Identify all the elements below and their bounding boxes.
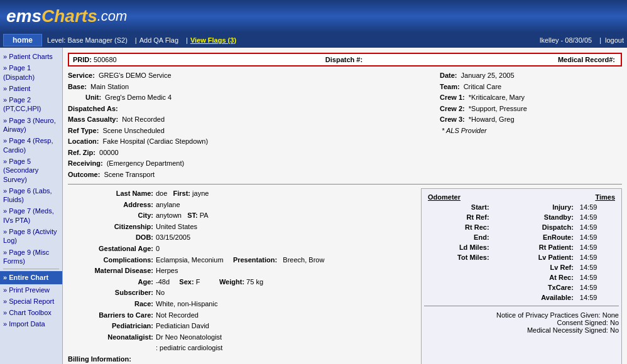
at-rec-label: At Rec: <box>503 273 576 282</box>
main-layout: » Patient Charts» Page 1 (Dispatch)» Pat… <box>0 48 627 364</box>
sidebar-item-print-preview[interactable]: » Print Preview <box>0 284 62 296</box>
pediatrician-row: Pediatrician: Pediatician David <box>68 321 415 332</box>
view-flags-button[interactable]: View Flags (3) <box>190 36 236 44</box>
rt-patient-value: 14:59 <box>577 243 618 252</box>
right-info: Date: January 25, 2005 Team: Critical Ca… <box>433 70 622 180</box>
sidebar: » Patient Charts» Page 1 (Dispatch)» Pat… <box>0 48 63 364</box>
ref-zip-row: Ref. Zip: 00000 <box>68 147 427 158</box>
billing-label-row: Billing Information: <box>68 354 415 364</box>
unit-row: Unit: Greg's Demo Medic 4 <box>68 92 427 103</box>
consent-signed: Consent Signed: No <box>424 319 619 326</box>
patient-left: Last Name: doe First: jayne Address: any… <box>68 188 421 364</box>
navbar: home Level: Base Manager (S2) | Add QA F… <box>0 33 627 48</box>
race-row: Race: White, non-Hispanic <box>68 299 415 310</box>
end-label: End: <box>425 233 492 242</box>
rt-ref-label: Rt Ref: <box>425 213 492 222</box>
address-row: Address: anylane <box>68 200 415 211</box>
logo-charts: Charts <box>41 6 97 26</box>
tot-miles-label: Tot Miles: <box>425 253 492 262</box>
sidebar-item-page-4[interactable]: » Page 4 (Resp, Cardio) <box>0 135 62 156</box>
privacy-section: Notice of Privacy Practices Given: None … <box>424 309 619 334</box>
location-row: Location: Fake Hospital (Cardiac Stepdow… <box>68 136 427 147</box>
dispatch-group: Dispatch #: <box>254 56 436 63</box>
available-label: Available: <box>503 293 576 302</box>
dispatch-label: Dispatch #: <box>325 56 363 63</box>
maternal-disease-row: Maternal Disease: Herpes <box>68 265 415 277</box>
times-table: Odometer Times Start: Injury: 14:59 Rt R… <box>424 191 619 303</box>
dispatched-row: Dispatched As: <box>68 104 427 114</box>
logout-button[interactable]: logout <box>605 36 624 44</box>
sidebar-item-page-7[interactable]: » Page 7 (Meds, IVs PTA) <box>0 205 62 226</box>
sidebar-item-chart-toolbox[interactable]: » Chart Toolbox <box>0 307 62 318</box>
dispatch-time-label: Dispatch: <box>503 223 576 232</box>
info-section: Service: GREG's DEMO Service Base: Main … <box>68 70 622 180</box>
enroute-value: 14:59 <box>577 233 618 242</box>
at-rec-value: 14:59 <box>577 273 618 282</box>
rt-patient-label: Rt Patient: <box>503 243 576 252</box>
sidebar-item-page-8[interactable]: » Page 8 (Activity Log) <box>0 226 62 247</box>
medical-record-label: Medical Record#: <box>558 56 615 63</box>
sidebar-item-page-5[interactable]: » Page 5 (Secondary Survey) <box>0 156 62 185</box>
rt-rec-label: Rt Rec: <box>425 223 492 232</box>
times-header: Times <box>503 193 618 201</box>
sidebar-item-special-report[interactable]: » Special Report <box>0 296 62 307</box>
gestational-age-row: Gestational Age: 0 <box>68 244 415 255</box>
complications-row: Complications: Eclampsia, Meconium Prese… <box>68 255 415 266</box>
als-note: * ALS Provider <box>440 126 622 136</box>
tx-care-value: 14:59 <box>577 283 618 292</box>
logo-ems: ems <box>6 6 41 26</box>
standby-value: 14:59 <box>577 213 618 222</box>
tx-care-label: TxCare: <box>503 283 576 292</box>
logo-area: emsCharts.com <box>6 6 127 26</box>
odometer-header: Odometer <box>425 193 502 201</box>
sidebar-item-page-2[interactable]: » Page 2 (PT,CC,HPI) <box>0 94 62 115</box>
add-qa-button[interactable]: Add QA Flag <box>139 36 178 44</box>
sidebar-item-page-6[interactable]: » Page 6 (Labs, Fluids) <box>0 185 62 206</box>
team-row: Team: Critical Care <box>440 82 622 92</box>
prid-box: PRID: 500680 Dispatch #: Medical Record#… <box>68 53 622 67</box>
logo-dotcom: .com <box>97 8 128 24</box>
standby-label: Standby: <box>503 213 576 222</box>
mass-casualty-row: Mass Casualty: Not Recorded <box>68 114 427 125</box>
name-row: Last Name: doe First: jayne <box>68 188 415 200</box>
base-row: Base: Main Station <box>68 82 427 92</box>
lv-patient-label: Lv Patient: <box>503 253 576 262</box>
sidebar-item-page-3[interactable]: » Page 3 (Neuro, Airway) <box>0 115 62 136</box>
lv-ref-value: 14:59 <box>577 263 618 272</box>
sidebar-item-patient[interactable]: » Patient <box>0 83 62 94</box>
header: emsCharts.com <box>0 0 627 33</box>
crew3-row: Crew 3: *Howard, Greg <box>440 114 622 125</box>
dispatch-time-value: 14:59 <box>577 223 618 232</box>
privacy-notice: Notice of Privacy Practices Given: None <box>424 311 619 319</box>
ref-type-row: Ref Type: Scene Unscheduled <box>68 126 427 136</box>
sidebar-item-import-data[interactable]: » Import Data <box>0 318 62 329</box>
sidebar-item-patient-charts[interactable]: » Patient Charts <box>0 51 62 62</box>
subscriber-row: Subscriber: No <box>68 287 415 299</box>
injury-value: 14:59 <box>577 203 618 211</box>
user-info: lkelley - 08/30/05 <box>540 36 592 44</box>
start-label: Start: <box>425 203 492 211</box>
prid-label: PRID: <box>73 56 92 63</box>
prid-value: 500680 <box>94 56 117 63</box>
lv-ref-label: Lv Ref: <box>503 263 576 272</box>
city-row: City: anytown ST: PA <box>68 210 415 222</box>
enroute-label: EnRoute: <box>503 233 576 242</box>
sidebar-divider <box>3 269 59 269</box>
home-button[interactable]: home <box>3 34 42 46</box>
neonatologist-row: Neonataligist: Dr Neo Neonatologist <box>68 332 415 343</box>
sidebar-item-page-9[interactable]: » Page 9 (Misc Forms) <box>0 247 62 267</box>
lv-patient-value: 14:59 <box>577 253 618 262</box>
patient-section: Last Name: doe First: jayne Address: any… <box>68 184 622 364</box>
medical-record-group: Medical Record#: <box>435 56 617 63</box>
available-value: 14:59 <box>577 293 618 302</box>
patient-right: Odometer Times Start: Injury: 14:59 Rt R… <box>421 188 622 364</box>
content-area: PRID: 500680 Dispatch #: Medical Record#… <box>63 48 627 364</box>
service-row: Service: GREG's DEMO Service <box>68 70 427 81</box>
injury-label: Injury: <box>503 203 576 211</box>
sidebar-item-entire-chart[interactable]: » Entire Chart <box>0 271 62 284</box>
dob-row: DOB: 03/15/2005 <box>68 232 415 244</box>
ld-miles-label: Ld Miles: <box>425 243 492 252</box>
crew1-row: Crew 1: *Kriticalcare, Mary <box>440 92 622 103</box>
sidebar-item-page-1[interactable]: » Page 1 (Dispatch) <box>0 62 62 83</box>
left-info: Service: GREG's DEMO Service Base: Main … <box>68 70 433 180</box>
